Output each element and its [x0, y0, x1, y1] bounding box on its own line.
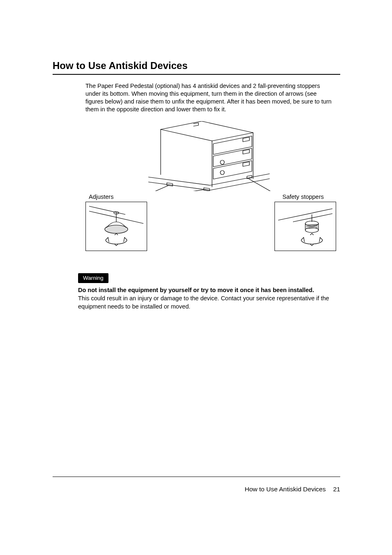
stopper-detail-box [274, 202, 336, 251]
section-heading: How to Use Antiskid Devices [53, 60, 340, 71]
adjuster-detail-illustration [88, 204, 145, 249]
figure-block: Adjusters Safety stoppers [85, 121, 336, 251]
svg-point-3 [220, 160, 224, 164]
warning-bold-text: Do not install the equipment by yourself… [78, 286, 336, 295]
figure-labels-row: Adjusters Safety stoppers [85, 193, 336, 200]
warning-section: Warning Do not install the equipment by … [78, 273, 336, 311]
footer-rule [53, 477, 340, 477]
warning-body-text: This could result in an injury or damage… [78, 295, 336, 311]
svg-line-0 [161, 129, 212, 141]
page-root: How to Use Antiskid Devices The Paper Fe… [0, 0, 392, 555]
svg-line-13 [278, 209, 332, 220]
footer-title: How to Use Antiskid Devices [244, 486, 325, 493]
svg-point-10 [105, 225, 128, 233]
svg-line-5 [150, 185, 169, 191]
footer: How to Use Antiskid Devices21 [53, 486, 340, 493]
adjusters-label: Adjusters [89, 193, 113, 200]
page-number: 21 [333, 486, 340, 493]
stopper-detail-illustration [277, 204, 334, 249]
warning-badge: Warning [78, 273, 108, 283]
adjuster-detail-box [85, 202, 147, 251]
svg-point-4 [220, 170, 224, 175]
svg-line-19 [306, 224, 318, 225]
safety-stoppers-label: Safety stoppers [282, 193, 324, 200]
svg-line-9 [89, 206, 125, 214]
heading-rule [53, 74, 340, 75]
detail-figures-row [85, 202, 336, 251]
svg-line-14 [293, 214, 332, 222]
content-area: How to Use Antiskid Devices The Paper Fe… [53, 60, 340, 311]
intro-paragraph: The Paper Feed Pedestal (optional) has 4… [85, 82, 336, 113]
pedestal-isometric-illustration [148, 121, 274, 191]
